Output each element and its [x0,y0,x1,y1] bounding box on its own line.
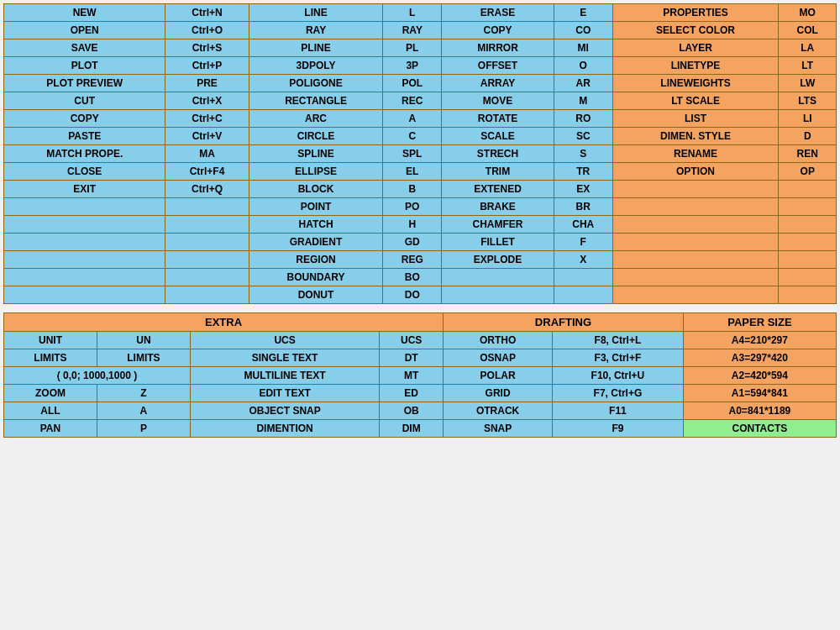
top-cell-2-1: Ctrl+S [165,39,249,57]
top-cell-8-4: STRECH [442,145,554,163]
top-cell-12-4: CHAMFER [442,216,554,234]
top-cell-5-1: Ctrl+X [165,92,249,110]
top-cell-2-6: LAYER [612,39,779,57]
top-cell-5-6: LT SCALE [612,92,779,110]
top-cell-15-0 [4,269,165,286]
top-cell-14-1 [165,251,249,269]
top-cell-15-5 [554,269,612,286]
bottom-cell-5-3: DIM [380,420,444,438]
bottom-cell-4-0: ALL [4,402,97,420]
bottom-cell-4-2: OBJECT SNAP [190,402,379,420]
top-cell-4-2: POLIGONE [249,75,383,92]
top-cell-13-5: F [554,234,612,251]
top-cell-3-1: Ctrl+P [165,57,249,75]
bottom-cell-5-4: SNAP [444,420,553,438]
top-cell-13-3: GD [383,234,442,251]
top-cell-11-0 [4,198,165,216]
top-cell-16-5 [554,286,612,304]
top-cell-13-7 [779,234,837,251]
top-cell-1-7: COL [779,22,837,39]
bottom-cell-4-3: OB [380,402,444,420]
top-cell-15-6 [612,269,779,286]
bottom-cell-0-1: UN [97,332,190,349]
top-cell-7-5: SC [554,128,612,145]
top-cell-2-0: SAVE [4,39,165,57]
top-cell-5-0: CUT [4,92,165,110]
top-cell-1-0: OPEN [4,22,165,39]
top-cell-3-2: 3DPOLY [249,57,383,75]
header-paper-size: PAPER SIZE [683,313,836,332]
top-cell-2-7: LA [779,39,837,57]
top-cell-6-7: LI [779,110,837,128]
top-cell-10-1: Ctrl+Q [165,181,249,198]
bottom-cell-1-2: SINGLE TEXT [190,349,379,367]
bottom-cell-3-1: Z [97,385,190,402]
top-cell-1-1: Ctrl+O [165,22,249,39]
top-cell-1-6: SELECT COLOR [612,22,779,39]
top-cell-7-2: CIRCLE [249,128,383,145]
top-cell-8-7: REN [779,145,837,163]
top-cell-1-4: COPY [442,22,554,39]
top-cell-3-6: LINETYPE [612,57,779,75]
top-cell-9-3: EL [383,163,442,181]
bottom-cell-5-0: PAN [4,420,97,438]
top-cell-9-6: OPTION [612,163,779,181]
bottom-cell-5-2: DIMENTION [190,420,379,438]
top-cell-8-5: S [554,145,612,163]
top-cell-11-6 [612,198,779,216]
top-cell-12-2: HATCH [249,216,383,234]
top-cell-12-0 [4,216,165,234]
top-cell-5-3: REC [383,92,442,110]
bottom-cell-4-6: A0=841*1189 [683,402,836,420]
top-cell-0-5: E [554,4,612,22]
top-table: NEWCtrl+NLINELERASEEPROPERTIESMOOPENCtrl… [3,3,837,304]
top-cell-4-3: POL [383,75,442,92]
bottom-cell-5-5: F9 [553,420,684,438]
top-cell-6-0: COPY [4,110,165,128]
top-cell-8-1: MA [165,145,249,163]
top-cell-0-1: Ctrl+N [165,4,249,22]
top-cell-8-2: SPLINE [249,145,383,163]
top-cell-5-4: MOVE [442,92,554,110]
top-cell-16-2: DONUT [249,286,383,304]
bottom-cell-5-6: CONTACTS [683,420,836,438]
top-cell-15-2: BOUNDARY [249,269,383,286]
top-cell-11-3: PO [383,198,442,216]
top-cell-6-6: LIST [612,110,779,128]
bottom-cell-1-5: F3, Ctrl+F [553,349,684,367]
top-cell-13-4: FILLET [442,234,554,251]
top-cell-2-2: PLINE [249,39,383,57]
header-drafting: DRAFTING [444,313,684,332]
top-cell-0-0: NEW [4,4,165,22]
top-cell-14-5: X [554,251,612,269]
top-cell-3-3: 3P [383,57,442,75]
top-cell-0-2: LINE [249,4,383,22]
top-cell-14-3: REG [383,251,442,269]
bottom-cell-2-0: ( 0,0; 1000,1000 ) [4,367,191,385]
top-cell-11-1 [165,198,249,216]
top-cell-1-2: RAY [249,22,383,39]
bottom-cell-0-4: ORTHO [444,332,553,349]
top-cell-3-5: O [554,57,612,75]
top-cell-1-5: CO [554,22,612,39]
bottom-cell-1-3: DT [380,349,444,367]
top-cell-3-7: LT [779,57,837,75]
top-cell-16-3: DO [383,286,442,304]
top-cell-15-3: BO [383,269,442,286]
bottom-cell-2-3: MT [380,367,444,385]
top-cell-0-3: L [383,4,442,22]
top-cell-16-7 [779,286,837,304]
top-cell-0-6: PROPERTIES [612,4,779,22]
top-cell-12-5: CHA [554,216,612,234]
top-cell-10-3: B [383,181,442,198]
main-container: NEWCtrl+NLINELERASEEPROPERTIESMOOPENCtrl… [0,0,840,441]
header-extra: EXTRA [4,313,444,332]
top-cell-12-6 [612,216,779,234]
top-cell-13-2: GRADIENT [249,234,383,251]
bottom-cell-2-6: A2=420*594 [683,367,836,385]
top-cell-15-4 [442,269,554,286]
top-cell-3-0: PLOT [4,57,165,75]
top-cell-16-1 [165,286,249,304]
top-cell-11-5: BR [554,198,612,216]
bottom-cell-0-2: UCS [190,332,379,349]
